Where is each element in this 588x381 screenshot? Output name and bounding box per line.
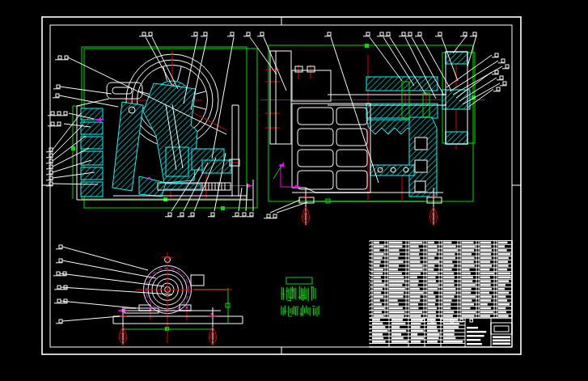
view-side-section: [77, 50, 252, 200]
cad-drawing: [0, 0, 588, 381]
cad-drawing-canvas: [0, 0, 588, 381]
title-block: [370, 241, 512, 348]
view-front-section: [260, 47, 485, 203]
sectioned-parts-front: [366, 52, 470, 197]
technical-notes-block: [281, 277, 319, 316]
